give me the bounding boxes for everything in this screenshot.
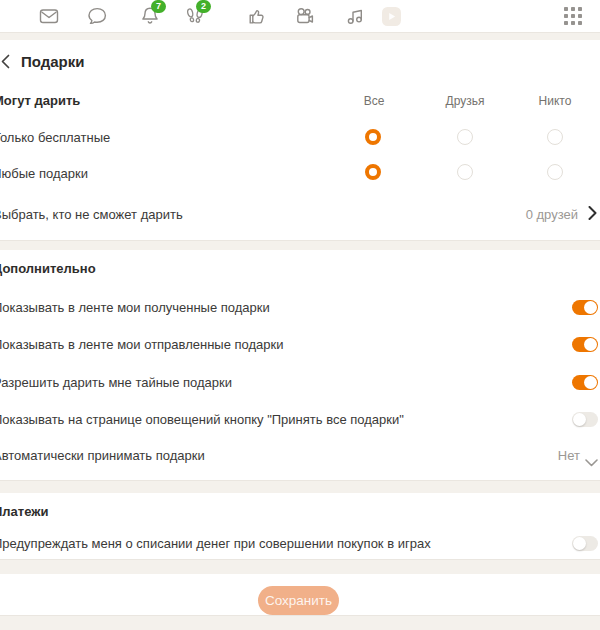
separator-band — [0, 240, 600, 250]
blacklist-label[interactable]: Выбрать, кто не сможет дарить — [0, 207, 183, 222]
section-gifting: Подарки Могут дарить Все Друзья Никто То… — [0, 40, 600, 240]
toggle-label-accept-all-button: Показывать на странице оповещений кнопку… — [0, 412, 404, 427]
separator-band — [0, 615, 600, 630]
row-label-free-gifts: Только бесплатные — [0, 130, 110, 145]
column-header-nobody: Никто — [539, 94, 572, 108]
video-play-icon[interactable] — [381, 5, 403, 27]
footer: Сохранить — [0, 574, 600, 615]
column-header-friends: Друзья — [446, 94, 485, 108]
dropdown-value-auto-accept[interactable]: Нет — [558, 448, 580, 463]
topbar: 7 2 — [0, 0, 600, 32]
payments-section-title: Платежи — [0, 504, 48, 519]
separator-band — [0, 480, 600, 493]
chat-icon[interactable] — [86, 5, 108, 27]
separator-band — [0, 32, 600, 40]
row-label-any-gifts: Любые подарки — [0, 166, 88, 181]
music-icon[interactable] — [344, 5, 366, 27]
save-button[interactable]: Сохранить — [258, 586, 339, 615]
radio-free-nobody[interactable] — [547, 129, 563, 145]
bell-icon[interactable]: 7 — [139, 5, 161, 27]
thumb-up-icon[interactable] — [246, 5, 268, 27]
toggle-label-secret: Разрешить дарить мне тайные подарки — [0, 375, 232, 390]
notifications-badge: 7 — [151, 0, 166, 13]
mail-icon[interactable] — [38, 5, 60, 27]
toggle-received[interactable] — [572, 300, 598, 315]
apps-grid-icon[interactable] — [564, 7, 586, 29]
toggle-label-received: Показывать в ленте мои полученные подарк… — [0, 300, 270, 315]
chevron-right-icon[interactable] — [588, 206, 597, 224]
toggle-label-sent: Показывать в ленте мои отправленные пода… — [0, 337, 284, 352]
radio-free-friends[interactable] — [457, 129, 473, 145]
radio-any-nobody[interactable] — [547, 164, 563, 180]
back-button[interactable] — [1, 54, 10, 69]
chevron-left-icon — [1, 54, 10, 69]
section-payments: Платежи Предупреждать меня о списании де… — [0, 493, 600, 559]
section-additional: Дополнительно Показывать в ленте мои пол… — [0, 250, 600, 480]
radio-any-friends[interactable] — [457, 164, 473, 180]
radio-any-all[interactable] — [365, 164, 381, 180]
toggle-accept-all-button[interactable] — [572, 412, 598, 427]
column-header-all: Все — [364, 94, 385, 108]
additional-section-title: Дополнительно — [0, 261, 96, 276]
gifts-settings-screen: 7 2 — [0, 0, 600, 630]
separator-band — [0, 559, 600, 574]
guests-badge: 2 — [196, 0, 211, 13]
page-header: Подарки — [1, 53, 85, 70]
chevron-down-icon[interactable] — [585, 453, 598, 471]
gifting-section-title: Могут дарить — [0, 93, 80, 108]
radio-free-all[interactable] — [365, 129, 381, 145]
page-title: Подарки — [21, 53, 85, 70]
toggle-purchase-warning[interactable] — [572, 536, 598, 551]
dropdown-label-auto-accept: Автоматически принимать подарки — [0, 448, 205, 463]
video-camera-icon[interactable] — [294, 5, 316, 27]
footsteps-icon[interactable]: 2 — [184, 5, 206, 27]
toggle-secret[interactable] — [572, 375, 598, 390]
toggle-label-purchase-warning: Предупреждать меня о списании денег при … — [0, 536, 431, 551]
toggle-sent[interactable] — [572, 337, 598, 352]
blacklist-value: 0 друзей — [526, 207, 578, 222]
